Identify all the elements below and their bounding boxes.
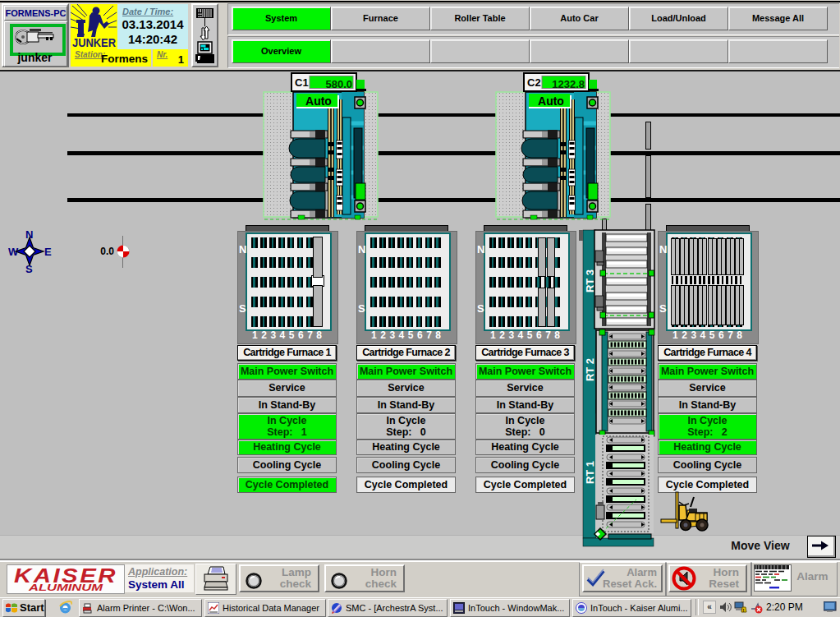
svg-text:JUNKER: JUNKER xyxy=(72,36,116,49)
svg-text:!: ! xyxy=(743,608,745,613)
svg-text:ALUMINUM: ALUMINUM xyxy=(27,582,103,592)
svg-text:E: E xyxy=(44,246,52,258)
svg-text:RT 1: RT 1 xyxy=(584,461,596,484)
svg-text:RT 2: RT 2 xyxy=(584,358,596,381)
